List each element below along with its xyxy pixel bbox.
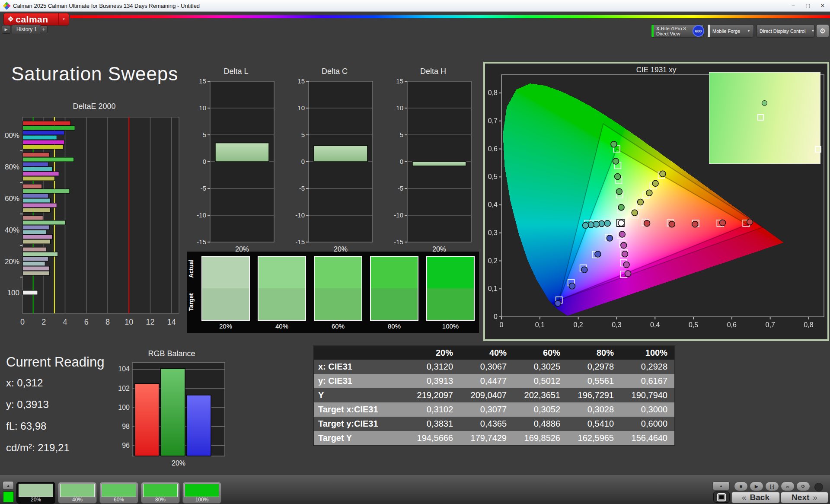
tick-label: -5 (398, 185, 403, 192)
infinity-icon[interactable]: ∞ (781, 482, 795, 491)
table-row: x: CIE310,31200,30670,30250,29780,2928 (314, 360, 674, 374)
swatch-strip-expand-button[interactable]: ▲ (3, 481, 14, 490)
deltae-bar (23, 176, 55, 181)
tab-history-1[interactable]: History 1 (12, 25, 42, 34)
next-button[interactable]: Next » (781, 492, 828, 503)
measured-point-blue (555, 300, 561, 306)
measured-point-yellow (646, 190, 652, 196)
deltae-bar (23, 271, 50, 275)
maximize-button[interactable]: ▢ (801, 0, 815, 11)
workflow-dropdown[interactable]: Direct Display Control ▼ (757, 24, 814, 38)
cie-content: CIE 1931 xy 00,10,20,30,40,50,60,70,800,… (485, 64, 827, 339)
deltae-bar (23, 262, 45, 266)
tick-label: 98 (122, 423, 130, 430)
table-cell: 209,0407 (460, 390, 514, 400)
pattern-card-20%[interactable]: 20% (16, 482, 55, 504)
rgb-plot: 969810010210420% (115, 359, 228, 471)
delta-l-chart: Delta L 151050-5-10-1520% (195, 67, 277, 257)
deltae-svg: 100%80%60%40%20%10002468101214 (4, 112, 184, 337)
swatch-column: 20% (201, 256, 250, 333)
actual-swatch (371, 257, 418, 288)
deltae-bar (23, 167, 53, 171)
pattern-label: 40% (58, 497, 96, 503)
stop-measurement-button[interactable] (713, 491, 730, 503)
stop-icon[interactable]: ■ (734, 482, 748, 491)
chevron-down-icon: ▼ (808, 29, 814, 33)
delta-h-chart: Delta H 151050-5-10-1520% (393, 67, 474, 257)
table-cell: 0,2978 (567, 362, 621, 372)
delta_h-svg: 151050-5-10-1520% (393, 77, 474, 255)
gear-icon[interactable]: ⚙ (816, 24, 829, 38)
tick-label: 0,4 (488, 201, 498, 208)
tick-label: 0,3 (488, 229, 498, 236)
history-expand-button[interactable]: ▶ (2, 25, 10, 34)
tick-label: 12 (146, 318, 154, 326)
actual-swatch (315, 257, 361, 288)
tick-label: 5 (400, 131, 403, 138)
measured-point-red (692, 221, 698, 227)
play-icon[interactable]: ▶ (750, 482, 763, 491)
bottom-bar: ▲ 20%40%60%80%100% ▲ ■▶[·]∞⟳ « Back Next… (0, 475, 830, 504)
swatch-label: 60% (332, 322, 345, 330)
workflow-label: Direct Display Control (757, 29, 808, 34)
swatch-label: 80% (388, 322, 401, 330)
close-button[interactable]: ✕ (815, 0, 830, 11)
deltae2000-chart: DeltaE 2000 100%80%60%40%20%100024681012… (4, 102, 184, 338)
delta-bar (314, 146, 367, 162)
tick-label: 0,6 (488, 145, 498, 153)
current-color-patch (3, 491, 14, 502)
deltae2000-title: DeltaE 2000 (4, 102, 184, 111)
table-cell: 0,6167 (621, 376, 674, 386)
target-swatch (259, 288, 305, 320)
tick-label: 8 (105, 318, 110, 326)
deltae-bar (23, 153, 50, 157)
tick-label: -15 (394, 238, 403, 246)
deltae-bar (23, 126, 75, 130)
range-icon[interactable]: [·] (765, 482, 779, 491)
pattern-card-60%[interactable]: 60% (99, 482, 138, 504)
rgb-bar-red (135, 383, 159, 456)
measured-point-yellow (632, 210, 638, 216)
test-pattern-strip: 20%40%60%80%100% (16, 482, 221, 504)
table-cell: 0,3077 (460, 405, 514, 415)
swatch-column: 60% (314, 256, 362, 333)
table-cell: 0,4365 (460, 419, 514, 429)
table-cell: 0,5561 (567, 376, 621, 386)
swatch-label: 100% (442, 322, 459, 330)
calman-menu-button[interactable]: ❖ calman ▼ (3, 13, 69, 26)
pattern-card-80%[interactable]: 80% (141, 482, 180, 504)
target-swatch (202, 288, 249, 320)
minimize-button[interactable]: – (786, 0, 801, 11)
table-cell: 0,5012 (514, 376, 567, 386)
table-header-row: 20%40%60%80%100% (314, 346, 674, 360)
column-header: 100% (621, 348, 674, 358)
table-cell: 202,3651 (514, 390, 567, 400)
swatch-column: 100% (426, 256, 475, 333)
add-tab-button[interactable]: + (40, 26, 48, 33)
measured-point-green (611, 141, 617, 147)
back-button[interactable]: « Back (731, 492, 780, 503)
measured-point-cyan (604, 220, 610, 226)
table-row: Target x:CIE310,31020,30770,30520,30280,… (314, 402, 674, 417)
table-cell: 0,3120 (406, 362, 460, 372)
deltae-plot: 100%80%60%40%20%10002468101214 (4, 112, 184, 338)
source-dropdown[interactable]: Mobile Forge ▼ (707, 24, 754, 38)
meter-badge[interactable]: 600 (693, 25, 704, 37)
pattern-card-100%[interactable]: 100% (182, 482, 221, 504)
table-cell: 0,4886 (514, 419, 567, 429)
pattern-swatch (60, 484, 95, 497)
white-point-measured (618, 220, 624, 226)
transport-expand-button[interactable]: ▲ (712, 482, 730, 490)
tick-label: 10 (297, 104, 305, 112)
target-swatch (427, 288, 474, 320)
refresh-icon[interactable]: ⟳ (796, 482, 810, 491)
measured-point-yellow (637, 199, 643, 205)
table-row: Target Y194,5666179,7429169,8526162,5965… (314, 431, 674, 445)
pattern-swatch (185, 484, 219, 497)
swatch-cells: 20%40%60%80%100% (200, 252, 475, 333)
pattern-swatch (19, 484, 53, 497)
pattern-card-40%[interactable]: 40% (58, 482, 97, 504)
delta_l-svg: 151050-5-10-1520% (195, 77, 277, 255)
actual-swatch (259, 257, 305, 288)
inset-target-point (757, 114, 764, 121)
